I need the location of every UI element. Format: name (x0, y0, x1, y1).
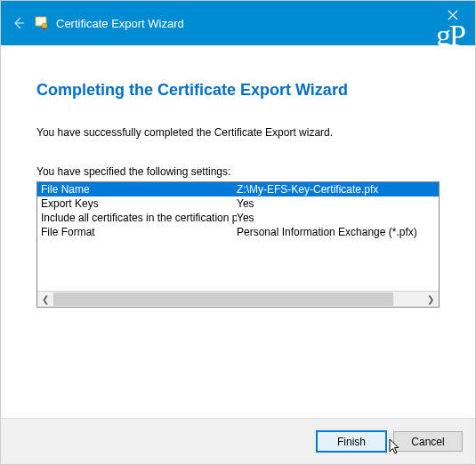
cancel-button[interactable]: Cancel (393, 431, 463, 452)
titlebar: Certificate Export Wizard gP (1, 1, 475, 45)
setting-name: Export Keys (41, 196, 237, 211)
settings-listbox[interactable]: File NameZ:\My-EFS-Key-Certificate.pfxEx… (36, 181, 440, 308)
scroll-right-button[interactable]: ❯ (423, 292, 439, 307)
certificate-icon (33, 14, 51, 32)
setting-value: Yes (237, 196, 435, 211)
settings-row[interactable]: Export KeysYes (37, 196, 439, 211)
setting-name: File Format (41, 225, 237, 239)
horizontal-scrollbar[interactable]: ❮ ❯ (37, 291, 439, 307)
settings-row[interactable]: File FormatPersonal Information Exchange… (37, 225, 439, 239)
setting-value: Z:\My-EFS-Key-Certificate.pfx (237, 182, 435, 196)
setting-value: Personal Information Exchange (*.pfx) (237, 225, 435, 239)
scroll-thumb[interactable] (53, 293, 393, 306)
scroll-left-button[interactable]: ❮ (37, 292, 53, 307)
finish-button[interactable]: Finish (317, 431, 386, 452)
scroll-track[interactable] (53, 292, 423, 307)
setting-name: File Name (41, 182, 237, 196)
wizard-title: Certificate Export Wizard (56, 17, 184, 30)
setting-name: Include all certificates in the certific… (41, 211, 237, 225)
footer: Finish Cancel (1, 418, 475, 464)
back-arrow-icon[interactable] (10, 14, 28, 32)
watermark: gP (436, 20, 464, 51)
content-area: Completing the Certificate Export Wizard… (1, 45, 475, 308)
success-message: You have successfully completed the Cert… (36, 126, 440, 139)
page-heading: Completing the Certificate Export Wizard (36, 81, 440, 100)
settings-row[interactable]: Include all certificates in the certific… (37, 211, 439, 225)
settings-label: You have specified the following setting… (36, 165, 440, 178)
setting-value: Yes (237, 211, 435, 225)
settings-row[interactable]: File NameZ:\My-EFS-Key-Certificate.pfx (37, 182, 439, 196)
